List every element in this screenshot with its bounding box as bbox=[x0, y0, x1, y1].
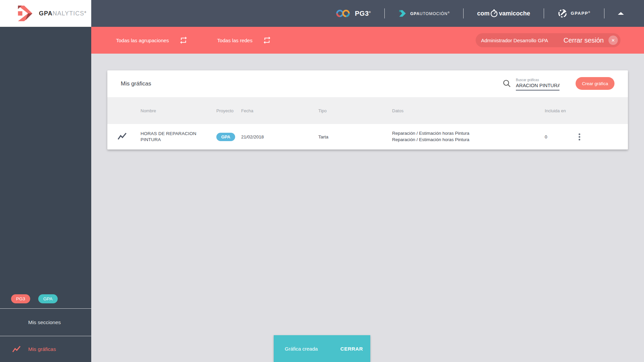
user-session-pill: Administrador Desarrollo GPA Cerrar sesi… bbox=[476, 33, 621, 47]
swap-networks-icon[interactable] bbox=[263, 36, 271, 45]
gpa-arrow-logo-icon bbox=[16, 5, 34, 22]
app-logo-label: GPANALYTICS® bbox=[39, 10, 87, 17]
swap-groupings-icon[interactable] bbox=[179, 36, 188, 45]
comovamicoche-post-label: vamicoche bbox=[499, 10, 530, 17]
sidebar-item-mis-secciones[interactable]: Mis secciones bbox=[0, 308, 91, 336]
comovamicoche-pre-label: com bbox=[477, 10, 489, 17]
column-header-fecha: Fecha bbox=[241, 108, 318, 113]
sidebar-badges: PG3 GPA bbox=[11, 294, 58, 303]
card-header: Mis gráficas Buscar gráficas Crear gráfi… bbox=[107, 70, 628, 97]
snackbar-close-button[interactable]: CERRAR bbox=[338, 343, 366, 354]
divider bbox=[604, 8, 604, 18]
filter-bar: Todas las agrupaciones Todas las redes A… bbox=[91, 27, 644, 54]
data-source-line: Reparación / Estimación horas Pintura bbox=[392, 130, 545, 137]
column-header-datos: Datos bbox=[392, 108, 545, 113]
divider bbox=[463, 8, 464, 18]
pg3-label: PG3® bbox=[355, 10, 371, 17]
snackbar: Gráfica creada CERRAR bbox=[274, 335, 370, 362]
line-chart-icon bbox=[12, 346, 21, 353]
chart-data-sources: Reparación / Estimación horas Pintura Re… bbox=[392, 130, 545, 143]
brand-gpautomocion[interactable]: GPAUTOMOCIÓN® bbox=[398, 9, 450, 18]
brand-gpapp[interactable]: GPAPP® bbox=[557, 8, 591, 18]
project-badge: GPA bbox=[216, 133, 235, 141]
table-row[interactable]: HORAS DE REPARACION PINTURA GPA 21/02/20… bbox=[107, 124, 628, 149]
gpautomocion-label: GPAUTOMOCIÓN® bbox=[410, 11, 450, 16]
gpapp-label: GPAPP® bbox=[571, 11, 591, 16]
badge-gpa[interactable]: GPA bbox=[38, 294, 58, 303]
sidebar-item-mis-graficas[interactable]: Mis gráficas bbox=[0, 336, 91, 362]
logout-button[interactable]: Cerrar sesión bbox=[564, 37, 604, 44]
stopwatch-icon bbox=[490, 9, 498, 18]
table-header-row: Nombre Proyecto Fecha Tipo Datos Incluid… bbox=[107, 97, 628, 124]
sidebar: GPANALYTICS® PG3 GPA Mis secciones Mis g… bbox=[0, 0, 91, 362]
top-app-bar: PG3® GPAUTOMOCIÓN® com vamicoche GPAPP® bbox=[91, 0, 644, 27]
networks-filter-label: Todas las redes bbox=[217, 38, 253, 43]
chart-date: 21/02/2018 bbox=[241, 134, 318, 139]
chart-type: Tarta bbox=[318, 134, 392, 139]
search-icon[interactable] bbox=[502, 79, 511, 88]
included-in-count: 0 bbox=[545, 134, 576, 139]
column-header-tipo: Tipo bbox=[318, 108, 392, 113]
row-overflow-menu-icon[interactable] bbox=[576, 132, 583, 142]
search-field-label: Buscar gráficas bbox=[516, 78, 559, 82]
search-input[interactable] bbox=[516, 83, 559, 90]
column-header-incluida-en: Incluida en bbox=[545, 108, 576, 113]
column-header-nombre: Nombre bbox=[141, 108, 216, 113]
mis-graficas-card: Mis gráficas Buscar gráficas Crear gráfi… bbox=[107, 70, 628, 149]
chart-type-line-icon bbox=[117, 136, 127, 141]
menu-icon bbox=[12, 319, 21, 326]
brand-pg3[interactable]: PG3® bbox=[335, 9, 371, 18]
logout-close-icon[interactable]: ✕ bbox=[608, 36, 618, 45]
groupings-filter-label: Todas las agrupaciones bbox=[116, 38, 169, 43]
page-title: Mis gráficas bbox=[121, 80, 151, 87]
chart-name: HORAS DE REPARACION PINTURA bbox=[141, 131, 201, 142]
create-chart-button[interactable]: Crear gráfica bbox=[576, 77, 614, 90]
gpautomocion-arrow-icon bbox=[398, 9, 407, 18]
brand-comovamicoche[interactable]: com vamicoche bbox=[477, 9, 530, 18]
sidebar-item-label: Mis secciones bbox=[28, 319, 61, 325]
column-header-proyecto: Proyecto bbox=[216, 108, 241, 113]
badge-pg3[interactable]: PG3 bbox=[11, 294, 30, 303]
app-logo[interactable]: GPANALYTICS® bbox=[0, 0, 91, 27]
data-source-line: Reparación / Estimación horas Pintura bbox=[392, 137, 545, 143]
gpapp-wrench-gauge-icon bbox=[557, 8, 568, 18]
collapse-arrow-icon[interactable] bbox=[618, 12, 624, 15]
snackbar-message: Gráfica creada bbox=[285, 346, 318, 352]
sidebar-item-label: Mis gráficas bbox=[28, 346, 56, 352]
user-name-label: Administrador Desarrollo GPA bbox=[481, 38, 548, 43]
pg3-infinity-icon bbox=[335, 9, 351, 18]
divider bbox=[384, 8, 385, 18]
divider bbox=[544, 8, 544, 18]
